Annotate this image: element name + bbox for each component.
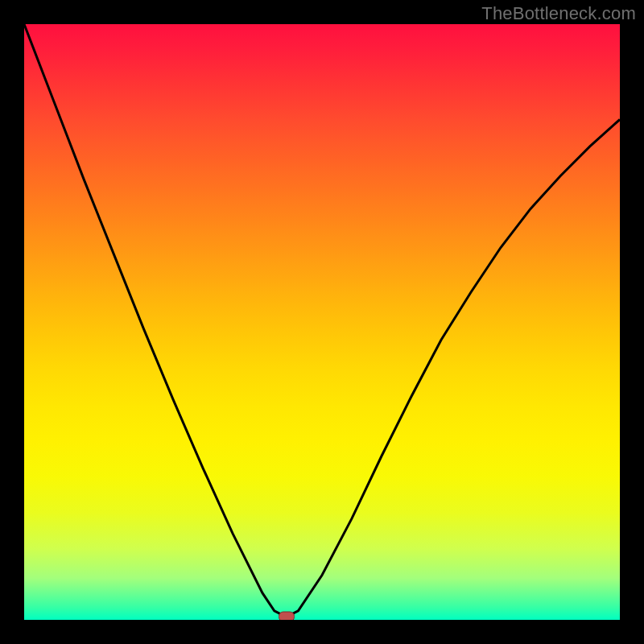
minimum-marker [279,612,295,620]
chart-frame: TheBottleneck.com [0,0,644,644]
watermark-text: TheBottleneck.com [481,3,636,24]
bottleneck-curve [24,24,620,620]
plot-area [24,24,620,620]
curve-path [24,24,620,617]
